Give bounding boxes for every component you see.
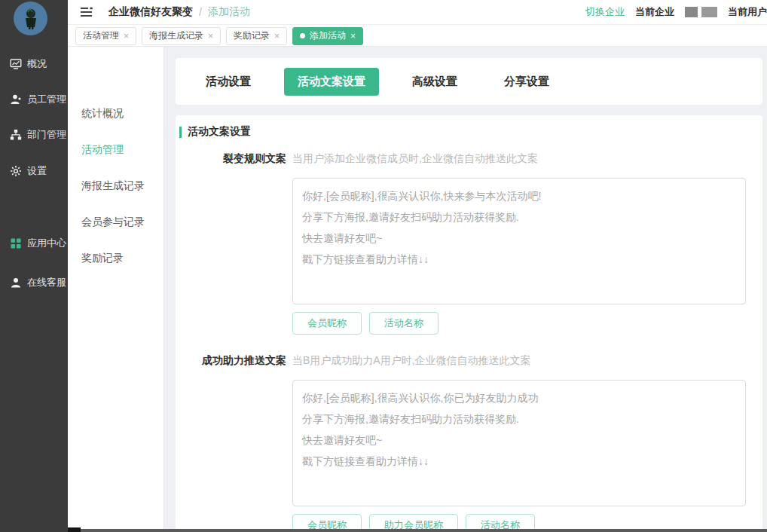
department-icon: [10, 129, 22, 141]
sidebar-item-label: 概况: [27, 57, 47, 71]
breadcrumb: 企业微信好友聚变 / 添加活动: [108, 5, 250, 19]
field-content: 当用户添加企业微信成员时,企业微信自动推送此文案 你好,[会员昵称],很高兴认识…: [292, 151, 747, 335]
current-user-label: 当前用户: [728, 5, 767, 19]
current-company-label: 当前企业: [635, 5, 674, 19]
field-label: 成功助力推送文案: [179, 353, 292, 532]
insert-activity-name-button[interactable]: 活动名称: [369, 312, 439, 335]
tab-label: 海报生成记录: [149, 29, 203, 42]
close-icon[interactable]: ×: [274, 31, 280, 41]
breadcrumb-separator: /: [199, 6, 202, 18]
employee-icon: [10, 93, 22, 105]
field-hint: 当用户添加企业微信成员时,企业微信自动推送此文案: [292, 151, 747, 166]
subnav-item-member-participation[interactable]: 会员参与记录: [81, 216, 145, 229]
open-tabs-bar: 活动管理 × 海报生成记录 × 奖励记录 × 添加活动 ×: [68, 26, 767, 47]
tab-activity-settings[interactable]: 活动设置: [192, 68, 264, 96]
tab-poster-records[interactable]: 海报生成记录 ×: [142, 27, 221, 45]
close-icon[interactable]: ×: [124, 31, 129, 41]
field-label: 裂变规则文案: [179, 151, 292, 335]
mascot-logo-icon: [21, 8, 41, 30]
redacted-company-name: [685, 7, 717, 17]
tab-reward-records[interactable]: 奖励记录 ×: [226, 27, 287, 45]
breadcrumb-current: 添加活动: [208, 5, 250, 19]
tab-label: 活动管理: [83, 29, 119, 42]
sidebar-item-employees[interactable]: 员工管理: [0, 92, 68, 107]
support-agent-icon: [10, 277, 22, 289]
section-title: 活动文案设置: [179, 125, 747, 139]
cutoff-window-edge: [68, 529, 767, 532]
app-window: 概况 员工管理 部门管理 设置 应用中心: [0, 0, 767, 532]
sidebar-item-app-center[interactable]: 应用中心: [0, 236, 68, 251]
header: 企业微信好友聚变 / 添加活动 切换企业 当前企业 当前用户: [68, 0, 767, 25]
header-right: 切换企业 当前企业 当前用户: [585, 5, 767, 19]
switch-company-link[interactable]: 切换企业: [585, 5, 625, 19]
form-card: 活动文案设置 裂变规则文案 当用户添加企业微信成员时,企业微信自动推送此文案 你…: [176, 115, 762, 532]
tab-label: 添加活动: [310, 29, 346, 42]
subnav-item-poster-records[interactable]: 海报生成记录: [81, 179, 145, 193]
tab-share-settings[interactable]: 分享设置: [490, 68, 563, 96]
section-accent-bar: [179, 127, 182, 138]
insert-tag-buttons: 会员昵称 活动名称: [292, 312, 747, 335]
subnav-item-reward-records[interactable]: 奖励记录: [81, 252, 124, 265]
sidebar-item-label: 设置: [27, 164, 47, 178]
sidebar-item-departments[interactable]: 部门管理: [0, 127, 68, 142]
overview-icon: [10, 58, 22, 70]
form-row-fission-rule-copy: 裂变规则文案 当用户添加企业微信成员时,企业微信自动推送此文案 你好,[会员昵称…: [179, 151, 747, 335]
breadcrumb-root[interactable]: 企业微信好友聚变: [108, 5, 193, 19]
sidebar-item-label: 在线客服: [27, 276, 66, 289]
avatar[interactable]: [14, 2, 47, 35]
subnav-item-statistics[interactable]: 统计概况: [81, 107, 124, 121]
primary-sidebar: 概况 员工管理 部门管理 设置 应用中心: [0, 0, 68, 532]
sidebar-item-online-support[interactable]: 在线客服: [0, 275, 68, 290]
tab-advanced-settings[interactable]: 高级设置: [399, 68, 471, 96]
field-content: 当B用户成功助力A用户时,企业微信自动推送此文案 你好,[会员昵称],很高兴认识…: [292, 353, 747, 532]
close-icon[interactable]: ×: [208, 31, 213, 41]
sidebar-item-label: 部门管理: [27, 128, 66, 142]
fission-rule-copy-textarea[interactable]: 你好,[会员昵称],很高兴认识你,快来参与本次活动吧! 分享下方海报,邀请好友扫…: [292, 178, 746, 304]
insert-member-nickname-button[interactable]: 会员昵称: [292, 312, 362, 335]
form-row-assist-success-copy: 成功助力推送文案 当B用户成功助力A用户时,企业微信自动推送此文案 你好,[会员…: [179, 353, 747, 532]
active-dot-icon: [300, 33, 305, 38]
tab-activity-management[interactable]: 活动管理 ×: [75, 27, 136, 45]
tab-activity-copy-settings[interactable]: 活动文案设置: [284, 68, 379, 96]
gear-icon: [10, 165, 22, 177]
secondary-sidebar: 统计概况 活动管理 海报生成记录 会员参与记录 奖励记录: [68, 47, 164, 532]
sidebar-item-label: 应用中心: [27, 237, 66, 250]
sidebar-item-label: 员工管理: [27, 93, 66, 106]
main-content: 活动设置 活动文案设置 高级设置 分享设置 活动文案设置 裂变规则文案 当用户添…: [164, 47, 767, 532]
assist-success-copy-textarea[interactable]: 你好,[会员昵称],很高兴认识你,你已为好友助力成功 分享下方海报,邀请好友扫码…: [292, 380, 746, 506]
apps-grid-icon: [10, 237, 22, 249]
sidebar-item-overview[interactable]: 概况: [0, 57, 68, 72]
close-icon[interactable]: ×: [350, 31, 356, 41]
tab-label: 奖励记录: [234, 29, 270, 42]
menu-collapse-icon[interactable]: [80, 6, 93, 18]
subnav-item-activity-management[interactable]: 活动管理: [81, 143, 124, 157]
section-title-text: 活动文案设置: [188, 125, 251, 139]
sidebar-item-settings[interactable]: 设置: [0, 164, 68, 179]
tab-add-activity[interactable]: 添加活动 ×: [292, 27, 363, 45]
field-hint: 当B用户成功助力A用户时,企业微信自动推送此文案: [292, 353, 747, 368]
content-tabs-card: 活动设置 活动文案设置 高级设置 分享设置: [176, 58, 762, 105]
